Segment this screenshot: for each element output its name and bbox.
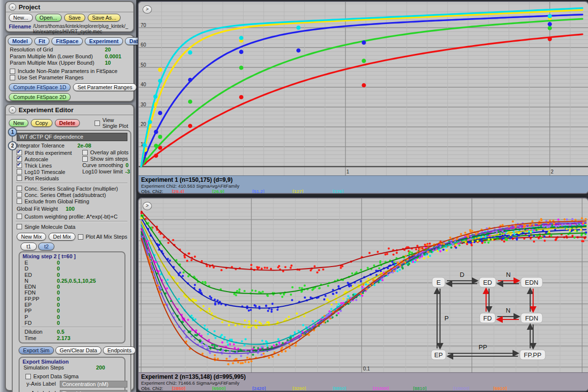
- reaction-scheme-diagram: DNNPPPEEDEDNFDFDNEPFP.PP: [431, 271, 545, 360]
- experiment1-chart[interactable]: 1020304050607012: [139, 2, 588, 176]
- species-value[interactable]: 0: [57, 302, 60, 308]
- series-points-green: [143, 26, 552, 161]
- curve-smoothing-value[interactable]: 0: [125, 162, 128, 168]
- fitspace-panel: ModelFitFitSpaceExperimentData Resolutio…: [5, 34, 134, 102]
- project-button-open[interactable]: Open...: [35, 14, 62, 22]
- compute-fitspace-1d-button[interactable]: Compute FitSpace 1D: [9, 83, 71, 91]
- minimize-icon[interactable]: -: [9, 106, 16, 114]
- reaction-node-FD[interactable]: FD: [480, 313, 495, 323]
- series-check-2-label: Exclude from Global Fitting: [24, 198, 89, 204]
- expand-plot2-icon[interactable]: >: [143, 202, 152, 210]
- experiment2-chart[interactable]: 0.1DNNPPPEEDEDNFDFDNEPFP.PP: [139, 198, 588, 372]
- species-value[interactable]: 0: [57, 308, 60, 314]
- delete-experiment-button[interactable]: Delete: [55, 119, 80, 127]
- experiment1-status-bar: Experiment 1 (n=150,175) (d=9,9) Experim…: [139, 175, 588, 193]
- project-button-save[interactable]: Save: [64, 14, 85, 22]
- fitspace-row-value[interactable]: 20: [105, 47, 111, 52]
- time-value[interactable]: 2.173: [57, 335, 71, 341]
- fitspace-check-0-checkbox[interactable]: [10, 69, 15, 74]
- experiment-title-field[interactable]: WT dCTP QF dependence: [17, 133, 127, 141]
- export-data-sigma-checkbox[interactable]: [25, 374, 31, 379]
- fitspace-row-value[interactable]: 0.0001: [105, 53, 122, 59]
- obs-chi2-value: [2850]: [172, 386, 212, 391]
- species-value[interactable]: 0.25,0.5,1,10,25: [57, 278, 96, 284]
- single-molecule-checkbox[interactable]: [17, 224, 22, 229]
- log10-lower-limit-value[interactable]: -3: [125, 169, 130, 174]
- dilution-value[interactable]: 0.5: [57, 329, 64, 335]
- global-fit-weight-value[interactable]: 100: [66, 206, 74, 212]
- reaction-node-ED[interactable]: ED: [479, 277, 496, 287]
- species-value[interactable]: 0: [57, 320, 60, 326]
- reaction-node-EP[interactable]: EP: [431, 350, 446, 360]
- tab-model[interactable]: Model: [8, 37, 32, 45]
- project-button-saveas[interactable]: Save As...: [88, 14, 121, 22]
- project-button-new[interactable]: New...: [9, 14, 33, 22]
- species-name: FD: [24, 320, 32, 326]
- svg-text:20: 20: [141, 122, 147, 127]
- reaction-node-EDN[interactable]: EDN: [521, 277, 542, 287]
- custom-weighting-checkbox[interactable]: [17, 214, 22, 219]
- curve-smoothing-label: Curve smoothing: [82, 162, 123, 168]
- copy-experiment-button[interactable]: Copy: [31, 119, 52, 127]
- tab-experiment[interactable]: Experiment: [85, 37, 123, 45]
- species-value[interactable]: 0: [57, 290, 60, 295]
- view-single-plot-label: View Single Plot: [102, 117, 130, 129]
- y-axis-label-field[interactable]: Concentration (nM): [60, 381, 127, 388]
- nav-tabs: ModelFitFitSpaceExperimentData: [6, 35, 133, 47]
- fitspace-row: Param Multiple Min (Lower Bound)0.0001: [6, 53, 133, 60]
- species-value[interactable]: 0: [57, 272, 60, 278]
- simulation-steps-value[interactable]: 200: [96, 365, 105, 370]
- plot-check-2-checkbox[interactable]: [17, 163, 22, 168]
- series-check-2-checkbox[interactable]: [17, 198, 22, 204]
- species-row: EP0: [20, 302, 124, 308]
- plot-check2-1-checkbox[interactable]: [82, 156, 88, 162]
- series-check-1-checkbox[interactable]: [17, 192, 22, 197]
- new-mix-button[interactable]: New Mix: [17, 233, 46, 241]
- series-check-1-label: Conc. Series Offset (add/subtract): [24, 192, 106, 198]
- experiment-2-selector[interactable]: 2: [8, 141, 17, 150]
- reaction-label-N: N: [506, 271, 511, 278]
- plot-check-3-checkbox[interactable]: [17, 169, 22, 174]
- series-check-2-row: Exclude from Global Fitting: [13, 198, 130, 204]
- mix-tab-t2[interactable]: t2: [38, 243, 54, 250]
- reaction-node-FP.PP[interactable]: FP.PP: [520, 350, 545, 360]
- new-experiment-button[interactable]: New: [9, 119, 28, 127]
- experiment2-status-title: Experiment 2 (n=135,148) (d=995,995): [141, 373, 586, 380]
- expand-plot1-icon[interactable]: >: [143, 5, 152, 14]
- tab-fit[interactable]: Fit: [34, 37, 49, 45]
- view-single-plot-checkbox[interactable]: [95, 121, 100, 126]
- del-mix-button[interactable]: Del Mix: [49, 233, 75, 241]
- custom-weighting-label: Custom weighting profile: A*exp(-bt)+C: [24, 214, 118, 220]
- species-row: EDN0: [20, 284, 124, 290]
- tab-fitspace[interactable]: FitSpace: [51, 37, 83, 45]
- integrator-tolerance-value[interactable]: 2e-08: [77, 143, 91, 148]
- fitspace-check-1-checkbox[interactable]: [10, 75, 15, 80]
- endpoints-button[interactable]: Endpoints: [103, 346, 136, 354]
- plot-all-mix-steps-checkbox[interactable]: [78, 234, 83, 240]
- reaction-node-E[interactable]: E: [432, 277, 445, 287]
- plot-check2-1-label: Show sim steps: [90, 156, 128, 162]
- species-value[interactable]: 0: [57, 260, 60, 266]
- gen-clear-data-button[interactable]: Gen/Clear Data: [55, 346, 101, 354]
- minimize-icon[interactable]: -: [9, 3, 16, 11]
- plot-check2-0-checkbox[interactable]: [82, 150, 88, 155]
- series-points-yellow: [143, 16, 552, 152]
- plot-check-4-checkbox[interactable]: [17, 175, 22, 181]
- compute-fitspace-2d-button[interactable]: Compute FitSpace 2D: [9, 93, 71, 101]
- experiment-1-selector[interactable]: 1: [8, 127, 17, 137]
- species-value[interactable]: 0: [57, 314, 60, 320]
- curve-smoothing: Curve smoothing0: [82, 162, 128, 168]
- mix-tab-t1[interactable]: t1: [21, 243, 37, 250]
- species-value[interactable]: 0: [57, 296, 60, 302]
- fitspace-row-value[interactable]: 10: [105, 60, 111, 66]
- reaction-label-P: P: [444, 315, 449, 322]
- species-value[interactable]: 0: [57, 266, 60, 271]
- export-sim-button[interactable]: Export Sim: [19, 346, 54, 354]
- reaction-node-FDN[interactable]: FDN: [521, 313, 542, 323]
- x-axis-label-field[interactable]: Time (s): [60, 390, 127, 392]
- species-value[interactable]: 0: [57, 284, 60, 290]
- plot-check-0-row: Plot this experimentOverlay all plots: [13, 149, 130, 156]
- series-check-0-checkbox[interactable]: [17, 186, 22, 191]
- set-parameter-ranges-button[interactable]: Set Parameter Ranges: [73, 83, 137, 91]
- series-data-blue: [147, 225, 587, 313]
